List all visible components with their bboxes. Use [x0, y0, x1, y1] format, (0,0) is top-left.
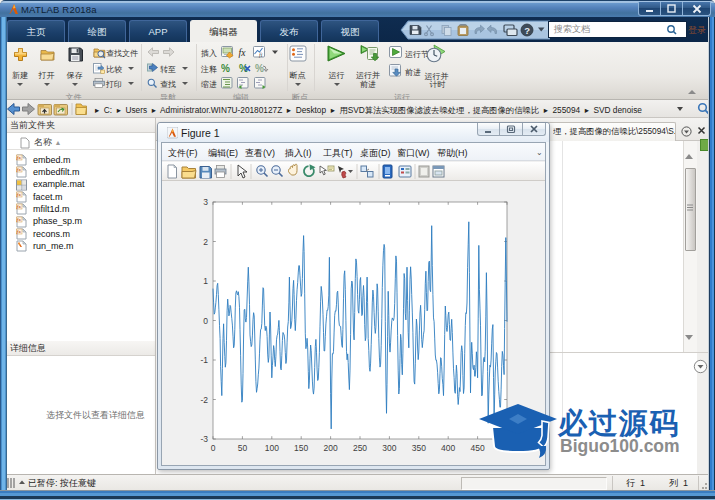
- svg-text:fx: fx: [17, 168, 22, 173]
- svg-text:50: 50: [238, 443, 248, 453]
- svg-text:-3: -3: [200, 434, 208, 444]
- svg-text:150: 150: [294, 443, 308, 453]
- svg-text:-1: -1: [200, 355, 208, 365]
- svg-text:1: 1: [203, 276, 208, 286]
- svg-text:fx: fx: [17, 155, 22, 160]
- svg-text:-2: -2: [200, 395, 208, 405]
- svg-text:350: 350: [412, 443, 426, 453]
- svg-text:fx: fx: [17, 217, 22, 222]
- svg-text:2: 2: [203, 237, 208, 247]
- svg-text:100: 100: [265, 443, 279, 453]
- svg-text:%: %: [221, 63, 230, 74]
- svg-text:fx: fx: [17, 205, 22, 210]
- svg-text:0: 0: [203, 316, 208, 326]
- svg-text:400: 400: [441, 443, 455, 453]
- svg-text:?: ?: [524, 25, 530, 36]
- svg-text:fx: fx: [239, 47, 247, 57]
- svg-text:250: 250: [353, 443, 367, 453]
- svg-text:3: 3: [203, 197, 208, 207]
- svg-text:fi: fi: [259, 51, 263, 57]
- svg-text:%: %: [255, 63, 264, 74]
- svg-text:0: 0: [211, 443, 216, 453]
- svg-text:fx: fx: [17, 229, 22, 234]
- svg-text:fx: fx: [17, 192, 22, 197]
- svg-text:300: 300: [382, 443, 396, 453]
- svg-text:200: 200: [324, 443, 338, 453]
